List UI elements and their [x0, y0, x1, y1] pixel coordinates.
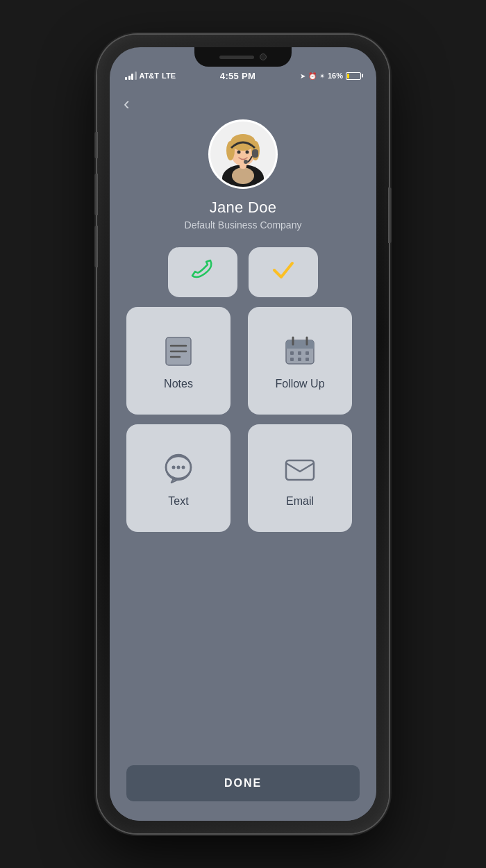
app-content: ‹ [110, 85, 376, 821]
svg-point-9 [246, 151, 249, 154]
back-button[interactable]: ‹ [124, 93, 130, 115]
power-button[interactable] [388, 187, 392, 243]
action-grid: Notes [110, 307, 376, 532]
done-section: DONE [126, 765, 360, 801]
envelope-icon [280, 449, 319, 488]
contact-company: Default Business Company [185, 219, 302, 231]
contact-section: Jane Doe Default Business Company [185, 85, 302, 231]
call-button[interactable] [168, 247, 237, 297]
avatar [208, 119, 278, 189]
speaker [219, 56, 254, 59]
carrier-label: AT&T [140, 72, 160, 80]
checkmark-icon [270, 256, 296, 289]
text-label: Text [168, 495, 188, 508]
notch [194, 47, 292, 67]
location-icon: ➤ [300, 72, 305, 80]
svg-point-6 [226, 141, 235, 160]
contact-name: Jane Doe [210, 199, 277, 217]
phone-screen: AT&T LTE 4:55 PM ➤ ⏰ ✴ 16% ‹ [110, 47, 376, 821]
notes-label: Notes [164, 378, 193, 390]
svg-point-11 [244, 160, 248, 164]
avatar-image [210, 122, 276, 187]
status-left: AT&T LTE [125, 72, 176, 80]
notes-button[interactable]: Notes [126, 307, 231, 415]
network-label: LTE [162, 72, 176, 80]
top-action-row [151, 247, 335, 297]
calendar-icon [280, 332, 319, 371]
time-label: 4:55 PM [220, 71, 255, 81]
follow-up-label: Follow Up [275, 378, 324, 390]
alarm-icon: ⏰ [308, 72, 317, 80]
done-label: DONE [224, 777, 262, 790]
svg-rect-24 [290, 358, 294, 361]
phone-device: AT&T LTE 4:55 PM ➤ ⏰ ✴ 16% ‹ [97, 35, 389, 833]
svg-rect-32 [286, 460, 314, 480]
email-button[interactable]: Email [248, 424, 352, 532]
svg-rect-26 [305, 358, 309, 361]
volume-down-button[interactable] [94, 226, 98, 267]
status-bar: AT&T LTE 4:55 PM ➤ ⏰ ✴ 16% [110, 67, 376, 85]
svg-rect-18 [286, 344, 314, 349]
front-camera [260, 53, 267, 60]
mute-button[interactable] [94, 132, 98, 158]
signal-icon [125, 72, 137, 80]
bluetooth-icon: ✴ [319, 72, 325, 80]
svg-point-29 [172, 465, 176, 469]
done-button[interactable]: DONE [126, 765, 360, 801]
notes-icon [159, 332, 198, 371]
phone-icon [190, 256, 216, 288]
battery-pct-label: 16% [328, 72, 343, 80]
battery-icon [346, 72, 361, 80]
status-right: ➤ ⏰ ✴ 16% [300, 72, 361, 80]
svg-rect-25 [298, 358, 301, 361]
svg-rect-10 [252, 149, 258, 158]
text-button[interactable]: Text [126, 424, 231, 532]
checkmark-button[interactable] [249, 247, 318, 297]
follow-up-button[interactable]: Follow Up [248, 307, 352, 415]
battery-fill [347, 74, 349, 78]
svg-point-2 [232, 167, 254, 184]
svg-point-30 [177, 465, 181, 469]
email-label: Email [286, 495, 314, 508]
speech-bubble-icon [159, 449, 198, 488]
svg-rect-22 [298, 351, 301, 355]
svg-rect-21 [290, 351, 294, 355]
volume-up-button[interactable] [94, 174, 98, 215]
svg-point-31 [182, 465, 185, 469]
svg-point-8 [237, 151, 241, 154]
svg-rect-23 [305, 351, 309, 355]
